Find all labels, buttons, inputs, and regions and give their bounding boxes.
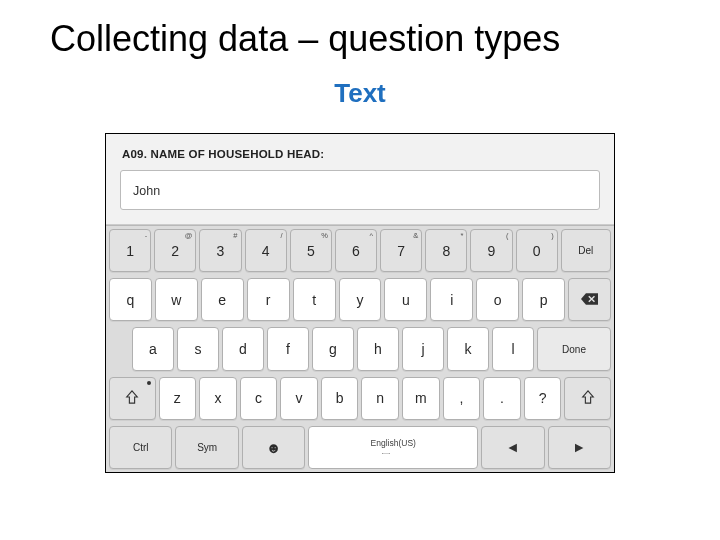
key-s[interactable]: s bbox=[177, 327, 219, 370]
key-b[interactable]: b bbox=[321, 377, 359, 420]
key-c[interactable]: c bbox=[240, 377, 278, 420]
question-area: A09. NAME OF HOUSEHOLD HEAD: John bbox=[106, 134, 614, 225]
key-i[interactable]: i bbox=[430, 278, 473, 321]
form-screenshot: A09. NAME OF HOUSEHOLD HEAD: John 1- 2@ … bbox=[105, 133, 615, 473]
key-p[interactable]: p bbox=[522, 278, 565, 321]
key-delete[interactable]: Del bbox=[561, 229, 611, 272]
key-comma[interactable]: , bbox=[443, 377, 481, 420]
shift-arrow-icon bbox=[125, 390, 139, 407]
key-h[interactable]: h bbox=[357, 327, 399, 370]
onscreen-keyboard: 1- 2@ 3# 4/ 5% 6^ 7& 8* 9( 0) Del q w e … bbox=[106, 225, 614, 472]
key-arrow-left[interactable]: ◄ bbox=[481, 426, 544, 469]
key-9[interactable]: 9( bbox=[470, 229, 512, 272]
key-1[interactable]: 1- bbox=[109, 229, 151, 272]
key-sym[interactable]: Sym bbox=[175, 426, 238, 469]
key-e[interactable]: e bbox=[201, 278, 244, 321]
key-shift-left[interactable] bbox=[109, 377, 156, 420]
arrow-left-icon: ◄ bbox=[506, 439, 520, 455]
key-backspace[interactable] bbox=[568, 278, 611, 321]
keyboard-row-z: z x c v b n m , . ? bbox=[106, 374, 614, 423]
key-o[interactable]: o bbox=[476, 278, 519, 321]
key-question[interactable]: ? bbox=[524, 377, 562, 420]
emoji-icon: ☻ bbox=[266, 439, 282, 456]
key-w[interactable]: w bbox=[155, 278, 198, 321]
key-space[interactable]: English(US) ⎵ bbox=[308, 426, 478, 469]
key-k[interactable]: k bbox=[447, 327, 489, 370]
key-3[interactable]: 3# bbox=[199, 229, 241, 272]
key-l[interactable]: l bbox=[492, 327, 534, 370]
keyboard-row-a: a s d f g h j k l Done bbox=[106, 324, 614, 373]
key-j[interactable]: j bbox=[402, 327, 444, 370]
backspace-icon bbox=[581, 292, 598, 308]
key-v[interactable]: v bbox=[280, 377, 318, 420]
keyboard-row-q: q w e r t y u i o p bbox=[106, 275, 614, 324]
key-d[interactable]: d bbox=[222, 327, 264, 370]
space-language-label: English(US) bbox=[371, 439, 416, 448]
key-g[interactable]: g bbox=[312, 327, 354, 370]
key-4[interactable]: 4/ bbox=[245, 229, 287, 272]
space-bar-icon: ⎵ bbox=[382, 451, 404, 454]
key-t[interactable]: t bbox=[293, 278, 336, 321]
text-input[interactable]: John bbox=[120, 170, 600, 210]
key-ctrl[interactable]: Ctrl bbox=[109, 426, 172, 469]
text-input-value: John bbox=[133, 184, 160, 198]
key-0[interactable]: 0) bbox=[516, 229, 558, 272]
key-period[interactable]: . bbox=[483, 377, 521, 420]
key-x[interactable]: x bbox=[199, 377, 237, 420]
shift-arrow-icon bbox=[581, 390, 595, 407]
question-label: A09. NAME OF HOUSEHOLD HEAD: bbox=[122, 148, 600, 160]
key-m[interactable]: m bbox=[402, 377, 440, 420]
key-emoji[interactable]: ☻ bbox=[242, 426, 305, 469]
slide-subtitle: Text bbox=[0, 78, 720, 109]
slide-title: Collecting data – question types bbox=[0, 0, 720, 60]
key-y[interactable]: y bbox=[339, 278, 382, 321]
key-q[interactable]: q bbox=[109, 278, 152, 321]
key-a[interactable]: a bbox=[132, 327, 174, 370]
key-n[interactable]: n bbox=[361, 377, 399, 420]
key-5[interactable]: 5% bbox=[290, 229, 332, 272]
key-8[interactable]: 8* bbox=[425, 229, 467, 272]
key-2[interactable]: 2@ bbox=[154, 229, 196, 272]
key-arrow-right[interactable]: ► bbox=[548, 426, 611, 469]
shift-dot-icon bbox=[147, 381, 151, 385]
key-r[interactable]: r bbox=[247, 278, 290, 321]
arrow-right-icon: ► bbox=[572, 439, 586, 455]
key-f[interactable]: f bbox=[267, 327, 309, 370]
key-shift-right[interactable] bbox=[564, 377, 611, 420]
key-u[interactable]: u bbox=[384, 278, 427, 321]
key-7[interactable]: 7& bbox=[380, 229, 422, 272]
key-done[interactable]: Done bbox=[537, 327, 611, 370]
keyboard-row-numbers: 1- 2@ 3# 4/ 5% 6^ 7& 8* 9( 0) Del bbox=[106, 226, 614, 275]
keyboard-row-bottom: Ctrl Sym ☻ English(US) ⎵ ◄ ► bbox=[106, 423, 614, 472]
key-z[interactable]: z bbox=[159, 377, 197, 420]
key-6[interactable]: 6^ bbox=[335, 229, 377, 272]
